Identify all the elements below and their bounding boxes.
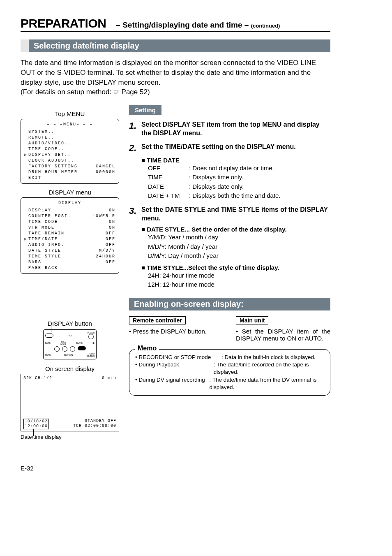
menu-row: DATE STYLEM/D/Y — [24, 248, 115, 254]
menu-row: VTR MODEON — [24, 225, 115, 231]
osd-box: 32K CH–1/2 0 min 10/10/0212:00:00 STANDB… — [21, 374, 119, 431]
date-style-title: DATE STYLE... Set the order of the date … — [141, 226, 330, 233]
memo-box: Memo • RECORDING or STOP mode: Data in t… — [129, 349, 330, 396]
memo-row: • During DV signal recording: The date/t… — [135, 376, 324, 391]
prep-subtitle: – Setting/displaying date and time – (co… — [116, 21, 280, 30]
setting-label: Setting — [129, 105, 161, 115]
memo-row: • During Playback: The date/time recorde… — [135, 361, 324, 376]
time-style-title: TIME STYLE...Select the style of time di… — [141, 264, 330, 271]
osd-label: On screen display — [21, 365, 119, 372]
audio-muting-button — [78, 346, 86, 350]
style-line: Y/M/D: Year / month / day — [148, 233, 330, 242]
main-unit-label: Main unit — [236, 316, 268, 324]
menu-row: ▷TIME/DATEOFF — [24, 236, 115, 242]
enabling-title: Enabling on-screen display: — [129, 298, 330, 310]
memo-title: Memo — [135, 345, 159, 352]
style-line: M/D/Y: Month / day / year — [148, 242, 330, 252]
time-date-row: DATE: Displays date only. — [148, 182, 330, 192]
section-title: Selecting date/time display — [21, 39, 330, 52]
time-date-title: TIME DATE — [141, 157, 330, 164]
remote-controller-text: • Press the DISPLAY button. — [129, 328, 224, 335]
time-date-row: OFF: Does not display date or time. — [148, 164, 330, 173]
step-1-number: 1. — [129, 120, 140, 131]
step-3-number: 3. — [129, 206, 140, 216]
menu-row: REMOTE.. — [24, 135, 115, 141]
remote-diagram: VCR POWER BARS STILL MODE BLANK ⏻ MENU S… — [43, 329, 97, 359]
memo-row: • RECORDING or STOP mode: Data in the bu… — [135, 354, 324, 361]
step-1-text: Select DISPLAY SET item from the top MEN… — [141, 120, 330, 138]
menu-row: BARSOFF — [24, 259, 115, 265]
osd-caption: Date/time display — [21, 434, 119, 440]
power-icon — [88, 334, 94, 339]
menu-row: DISPLAYON — [24, 208, 115, 213]
intro-text: The date and time information is display… — [21, 58, 330, 97]
menu-row: TAPE REMAINOFF — [24, 231, 115, 236]
menu-row: TIME STYLE24HOUR — [24, 254, 115, 259]
menu-row: FACTORY SETTINGCANCEL — [24, 164, 115, 169]
menu-row: TIME CODE.. — [24, 146, 115, 152]
menu-row: COUNTER POSI.LOWER-R — [24, 213, 115, 219]
step-2-number: 2. — [129, 143, 140, 153]
step-2-text: Set the TIME/DATE setting on the DISPLAY… — [141, 143, 330, 151]
top-menu-box: – – –MENU– – – SYSTEM..REMOTE..AUDIO/VID… — [21, 119, 119, 184]
menu-row: AUDIO INFO.OFF — [24, 242, 115, 248]
menu-row: CLOCK ADJUST.. — [24, 158, 115, 164]
style-line: D/M/Y: Day / month / year — [148, 251, 330, 261]
menu-row: EXIT — [24, 175, 115, 181]
display-menu-label: DISPLAY menu — [21, 189, 119, 196]
display-menu-box: – – –DISPLAY– – – DISPLAYONCOUNTER POSI.… — [21, 197, 119, 274]
prep-title: PREPARATION — [21, 16, 106, 30]
main-unit-text: • Set the DISPLAY item of the DISPLAY me… — [236, 328, 330, 342]
menu-row: ▷DISPLAY SET.. — [24, 152, 115, 158]
display-button-icon — [45, 334, 53, 338]
menu-row: TIME CODEON — [24, 219, 115, 225]
time-date-row: DATE + TM: Displays both the time and da… — [148, 191, 330, 201]
menu-row: AUDIO/VIDEO.. — [24, 141, 115, 146]
menu-row: SYSTEM.. — [24, 129, 115, 135]
display-button-label: DISPLAY button — [21, 320, 119, 327]
page-header: PREPARATION – Setting/displaying date an… — [21, 16, 330, 32]
osd-datetime: 10/10/0212:00:00 — [23, 419, 49, 429]
page-number: E-32 — [21, 465, 330, 472]
step-3-text: Set the DATE STYLE and TIME STYLE items … — [141, 206, 330, 223]
style-line: 12H: 12-hour time mode — [148, 280, 330, 290]
menu-row: DRUM HOUR METER00000H — [24, 169, 115, 175]
menu-row: PAGE BACK — [24, 265, 115, 271]
remote-controller-label: Remote controller — [129, 316, 186, 324]
top-menu-label: Top MENU — [21, 110, 119, 117]
style-line: 24H: 24-hour time mode — [148, 271, 330, 280]
time-date-row: TIME: Displays time only. — [148, 173, 330, 182]
